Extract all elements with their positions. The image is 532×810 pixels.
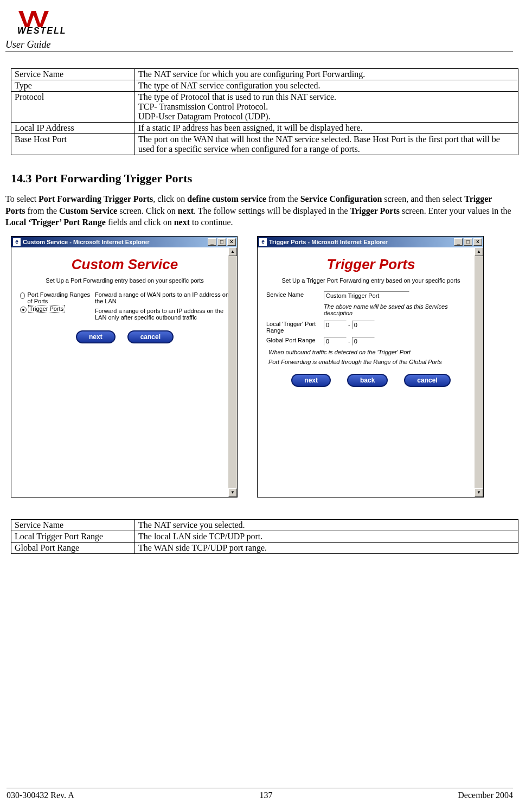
page-header: WESTELL User Guide xyxy=(5,11,513,52)
footer-page-number: 137 xyxy=(260,790,273,800)
titlebar: e Trigger Ports - Microsoft Internet Exp… xyxy=(258,237,483,247)
service-name-label: Service Name xyxy=(266,291,318,298)
section-heading: 14.3 Port Forwarding Trigger Ports xyxy=(11,171,513,186)
cell-val: The WAN side TCP/UDP port range. xyxy=(135,542,518,553)
trigger-hint-2: Port Forwarding is enabled through the R… xyxy=(268,359,476,365)
dialog-custom-service: e Custom Service - Microsoft Internet Ex… xyxy=(11,236,238,498)
scroll-down-icon[interactable]: ▼ xyxy=(475,488,483,497)
logo-text: WESTELL xyxy=(17,26,66,35)
local-trigger-label: Local 'Trigger' Port Range xyxy=(266,321,318,334)
cell-key: Local IP Address xyxy=(11,123,135,134)
window-title: Trigger Ports - Microsoft Internet Explo… xyxy=(269,239,388,245)
cancel-button[interactable]: cancel xyxy=(404,374,450,387)
option-description: Forward a range of ports to an IP addres… xyxy=(95,308,229,321)
section-number: 14.3 xyxy=(11,171,32,185)
header-rule xyxy=(5,52,513,52)
cell-key: Service Name xyxy=(11,69,135,80)
cell-val: If a static IP address has been assigned… xyxy=(135,123,518,134)
global-port-label: Global Port Range xyxy=(266,337,318,343)
table-row: Base Host Port The port on the WAN that … xyxy=(11,134,518,155)
sub-header: User Guide xyxy=(5,39,513,50)
ie-icon: e xyxy=(13,238,21,246)
local-trigger-from-input[interactable] xyxy=(324,321,347,329)
cell-val: The NAT service you selected. xyxy=(135,519,518,531)
table-row: Global Port Range The WAN side TCP/UDP p… xyxy=(11,542,518,553)
dialog-trigger-ports: e Trigger Ports - Microsoft Internet Exp… xyxy=(257,236,484,498)
screenshot-row: e Custom Service - Microsoft Internet Ex… xyxy=(11,236,508,498)
scrollbar[interactable]: ▲ ▼ xyxy=(228,247,237,497)
radio-trigger-ports[interactable] xyxy=(20,307,27,313)
cell-key: Base Host Port xyxy=(11,134,135,155)
maximize-button[interactable]: □ xyxy=(464,238,472,246)
dialog-subtitle: Set Up a Port Forwarding entry based on … xyxy=(18,277,232,284)
next-button[interactable]: next xyxy=(291,374,331,387)
table-row: Protocol The type of Protocol that is us… xyxy=(11,92,518,123)
cell-val: The type of NAT service configuration yo… xyxy=(135,80,518,92)
cell-val: The port on the WAN that will host the N… xyxy=(135,134,518,155)
close-button[interactable]: × xyxy=(473,238,482,246)
cancel-button[interactable]: cancel xyxy=(127,330,174,343)
global-port-from-input[interactable] xyxy=(324,337,347,346)
window-title: Custom Service - Microsoft Internet Expl… xyxy=(23,239,150,245)
next-button[interactable]: next xyxy=(76,330,116,343)
maximize-button[interactable]: □ xyxy=(217,238,226,246)
back-button[interactable]: back xyxy=(347,374,388,387)
cell-val: The type of Protocol that is used to run… xyxy=(135,92,518,123)
close-button[interactable]: × xyxy=(227,238,236,246)
service-name-input[interactable] xyxy=(324,291,409,300)
footer-right: December 2004 xyxy=(458,790,513,800)
scroll-down-icon[interactable]: ▼ xyxy=(228,488,237,497)
cell-val: The NAT service for which you are config… xyxy=(135,69,518,80)
westell-logo: WESTELL xyxy=(17,11,513,37)
cell-key: Service Name xyxy=(11,519,135,531)
service-name-hint: The above name will be saved as this Ser… xyxy=(324,303,476,316)
local-trigger-to-input[interactable] xyxy=(352,321,375,329)
table-row: Local IP Address If a static IP address … xyxy=(11,123,518,134)
table-row: Service Name The NAT service for which y… xyxy=(11,69,518,80)
ie-icon: e xyxy=(259,238,267,246)
dialog-heading: Trigger Ports xyxy=(264,256,478,273)
option-description: Forward a range of WAN ports to an IP ad… xyxy=(95,291,229,304)
section-title: Port Forwarding Trigger Ports xyxy=(35,171,192,185)
table-row: Service Name The NAT service you selecte… xyxy=(11,519,518,531)
titlebar: e Custom Service - Microsoft Internet Ex… xyxy=(11,237,237,247)
dialog-heading: Custom Service xyxy=(18,256,232,273)
definitions-table-1: Service Name The NAT service for which y… xyxy=(11,68,518,155)
scrollbar[interactable]: ▲ ▼ xyxy=(475,247,483,497)
minimize-button[interactable]: _ xyxy=(454,238,463,246)
cell-key: Global Port Range xyxy=(11,542,135,553)
global-port-to-input[interactable] xyxy=(352,337,375,346)
scroll-up-icon[interactable]: ▲ xyxy=(475,247,483,256)
cell-val: The local LAN side TCP/UDP port. xyxy=(135,531,518,542)
table-row: Local Trigger Port Range The local LAN s… xyxy=(11,531,518,542)
minimize-button[interactable]: _ xyxy=(208,238,216,246)
trigger-hint-1: When outbound traffic is detected on the… xyxy=(268,349,476,355)
cell-key: Protocol xyxy=(11,92,135,123)
definitions-table-2: Service Name The NAT service you selecte… xyxy=(11,519,518,554)
page-footer: 030-300432 Rev. A 137 December 2004 xyxy=(0,788,532,800)
scroll-up-icon[interactable]: ▲ xyxy=(228,247,237,256)
dialog-subtitle: Set Up a Trigger Port Forwarding entry b… xyxy=(264,277,478,284)
radio-label: Trigger Ports xyxy=(29,305,64,312)
radio-port-forwarding-ranges[interactable] xyxy=(20,292,25,299)
footer-left: 030-300432 Rev. A xyxy=(7,790,74,800)
cell-key: Type xyxy=(11,80,135,92)
radio-label: Port Fowarding Ranges of Ports xyxy=(27,291,91,304)
cell-key: Local Trigger Port Range xyxy=(11,531,135,542)
section-body: To select Port Forwarding Trigger Ports,… xyxy=(5,193,513,228)
table-row: Type The type of NAT service configurati… xyxy=(11,80,518,92)
